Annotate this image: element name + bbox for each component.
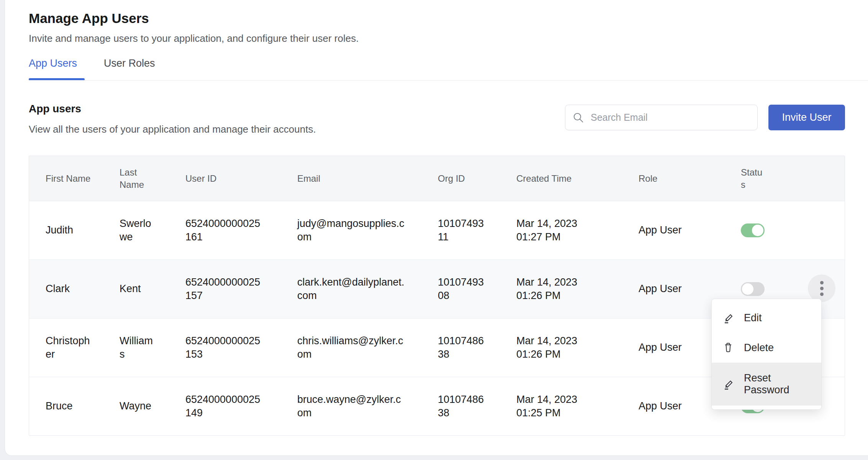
status-toggle[interactable] (741, 282, 765, 296)
cell-user-id: 6524000000025153 (185, 319, 297, 377)
cell-org-id: 1010748638 (438, 377, 516, 435)
cell-status (741, 201, 845, 260)
column-header-last-name: Last Name (120, 156, 185, 201)
manage-app-users-panel: Manage App Users Invite and manage users… (5, 0, 868, 456)
table-header-row: First Name Last Name User ID Email Org I… (29, 156, 845, 201)
cell-email: chris.williams@zylker.com (297, 319, 438, 377)
trash-icon (722, 341, 735, 354)
menu-item-label: Edit (744, 312, 762, 324)
edit-icon (722, 311, 735, 324)
page-title: Manage App Users (29, 11, 149, 26)
page-subtitle: Invite and manage users to your applicat… (29, 33, 359, 44)
tab-user-roles-label: User Roles (104, 58, 155, 69)
cell-first-name: Judith (29, 201, 120, 260)
cell-user-id: 6524000000025149 (185, 377, 297, 435)
cell-created-time: Mar 14, 2023 01:27 PM (516, 201, 639, 260)
tab-user-roles[interactable]: User Roles (104, 57, 155, 80)
cell-email: judy@mangosupplies.com (297, 201, 438, 260)
kebab-dot (820, 287, 824, 290)
kebab-dot (820, 281, 824, 284)
cell-created-time: Mar 14, 2023 01:26 PM (516, 319, 639, 377)
toggle-knob (752, 225, 763, 236)
cell-created-time: Mar 14, 2023 01:25 PM (516, 377, 639, 435)
cell-last-name: Swerlowe (120, 201, 185, 260)
status-toggle[interactable] (741, 223, 765, 237)
column-header-role: Role (639, 156, 741, 201)
row-actions-context-menu: Edit Delete Reset Password (711, 299, 822, 410)
edit-icon (722, 378, 735, 391)
tab-app-users-label: App Users (29, 58, 77, 69)
cell-last-name: Williams (120, 319, 185, 377)
search-email-box (565, 105, 758, 130)
menu-item-label: Delete (744, 342, 774, 354)
cell-role: App User (639, 201, 741, 260)
cell-last-name: Kent (120, 260, 185, 318)
kebab-dot (820, 292, 824, 296)
column-header-user-id: User ID (185, 156, 297, 201)
column-header-first-name: First Name (29, 156, 120, 201)
column-header-created-time: Created Time (516, 156, 639, 201)
menu-item-label: Reset Password (744, 372, 814, 396)
column-header-email: Email (297, 156, 438, 201)
cell-email: clark.kent@dailyplanet.com (297, 260, 438, 318)
tab-app-users[interactable]: App Users (29, 57, 77, 80)
invite-user-button[interactable]: Invite User (768, 105, 845, 130)
section-description: View all the users of your application a… (29, 123, 316, 135)
tab-bar: App Users User Roles (29, 57, 155, 80)
column-header-status: Status (741, 156, 845, 201)
menu-item-delete[interactable]: Delete (712, 333, 821, 363)
search-email-input[interactable] (591, 112, 750, 123)
cell-first-name: Bruce (29, 377, 120, 435)
toggle-knob (742, 283, 753, 295)
cell-email: bruce.wayne@zylker.com (297, 377, 438, 435)
search-icon (572, 112, 585, 124)
cell-last-name: Wayne (120, 377, 185, 435)
cell-org-id: 1010748638 (438, 319, 516, 377)
tabs-divider (29, 80, 868, 80)
cell-first-name: Christopher (29, 319, 120, 377)
menu-item-reset-password[interactable]: Reset Password (712, 363, 821, 406)
cell-user-id: 6524000000025161 (185, 201, 297, 260)
section-heading: App users (29, 103, 81, 115)
cell-first-name: Clark (29, 260, 120, 318)
table-row[interactable]: Judith Swerlowe 6524000000025161 judy@ma… (29, 201, 845, 260)
cell-user-id: 6524000000025157 (185, 260, 297, 318)
cell-org-id: 1010749308 (438, 260, 516, 318)
cell-created-time: Mar 14, 2023 01:26 PM (516, 260, 639, 318)
cell-org-id: 1010749311 (438, 201, 516, 260)
row-actions-kebab-button[interactable] (808, 274, 835, 302)
menu-item-edit[interactable]: Edit (712, 303, 821, 333)
column-header-org-id: Org ID (438, 156, 516, 201)
